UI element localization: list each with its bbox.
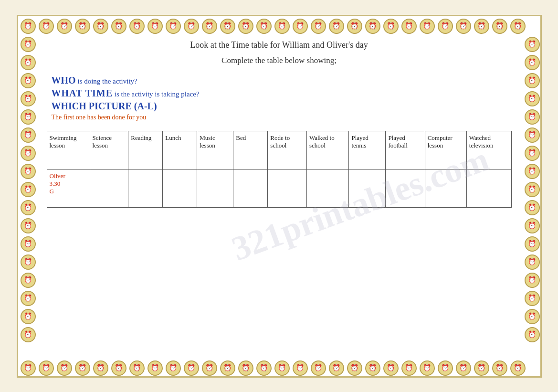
clock-decoration [274,360,290,376]
clock-decoration [492,360,507,376]
clock-decoration [525,291,540,306]
clock-decoration [525,200,540,215]
clock-decoration [57,19,72,34]
clock-decoration [525,55,540,70]
instruction-who: WHO is doing the activity? [52,75,512,86]
header-watched-television: Watched television [466,131,511,169]
clock-decoration [21,109,36,125]
cell-computer [425,169,466,207]
clock-decoration [401,19,417,34]
clock-decoration [256,19,272,34]
cell-played-football [386,169,425,207]
clock-decoration [525,182,540,197]
clock-decoration [438,360,453,376]
clock-decoration [21,309,36,324]
page: // We'll generate clocks via JS below Lo… [17,15,542,378]
clock-decoration [456,19,471,34]
clock-decoration [21,360,36,376]
clock-decoration [129,19,145,34]
clock-decoration [525,327,540,342]
clock-decoration [256,360,272,376]
clock-decoration [93,19,108,34]
clock-decoration [21,127,36,143]
clock-decoration [184,19,199,34]
clock-decoration [202,19,217,34]
clock-decoration [274,19,290,34]
clock-decoration [474,360,489,376]
clock-decoration [21,37,36,52]
clock-decoration [21,73,36,88]
header-music-lesson: Music lesson [197,131,233,169]
clock-decoration [111,360,126,376]
what-time-label: WHAT TIME [52,88,113,98]
cell-science [90,169,128,207]
clock-decoration [347,360,362,376]
cell-watched-tv [466,169,511,207]
clock-decoration [474,19,489,34]
header-played-football: Played football [386,131,425,169]
cell-reading [128,169,163,207]
clock-decoration [525,164,540,179]
cell-walked [306,169,348,207]
clock-decoration [21,19,36,34]
header-row: Swimming lesson Science lesson Reading L… [47,131,511,169]
cell-played-tennis [349,169,386,207]
table-body: Oliver3.30G [47,169,511,207]
clock-decoration [510,19,526,34]
header-reading: Reading [128,131,163,169]
header-science-lesson: Science lesson [90,131,128,169]
which-picture-label: WHICH PICTURE (A-L) [52,101,157,111]
clock-decoration [147,360,163,376]
clock-decoration [311,19,326,34]
header-computer-lesson: Computer lesson [425,131,466,169]
clock-decoration [525,254,540,270]
clock-decoration [401,360,417,376]
clock-decoration [238,19,253,34]
clock-decoration [75,19,90,34]
clock-decoration [329,360,344,376]
clock-decoration [39,19,54,34]
clock-decoration [21,291,36,306]
clock-decoration [202,360,217,376]
clock-decoration [525,109,540,125]
clock-decoration [75,360,90,376]
clock-decoration [510,360,526,376]
clock-decoration [129,360,145,376]
clock-decoration [347,19,362,34]
clock-decoration [21,55,36,70]
clock-decoration [184,360,199,376]
instruction-what-time: WHAT TIME is the activity is taking plac… [52,88,512,99]
what-time-rest: is the activity is taking place? [115,90,200,98]
table-container: Swimming lesson Science lesson Reading L… [47,131,512,208]
clock-decoration [21,146,36,161]
clock-decoration [147,19,163,34]
clock-decoration [525,91,540,106]
clock-decoration [365,360,380,376]
cell-swimming: Oliver3.30G [47,169,90,207]
clock-decoration [525,309,540,324]
who-label: WHO [52,75,76,85]
table-row: Oliver3.30G [47,169,511,207]
header-rode-to-school: Rode to school [268,131,307,169]
clock-decoration [220,360,235,376]
clock-decoration [293,360,308,376]
clock-decoration [220,19,235,34]
clock-decoration [311,360,326,376]
page-title: Look at the Time table for William and O… [47,40,512,50]
page-subtitle: Complete the table below showing; [47,56,512,65]
clock-decoration [21,200,36,215]
clock-decoration [21,182,36,197]
clock-decoration [492,19,507,34]
clock-decoration [293,19,308,34]
clock-decoration [438,19,453,34]
clock-decoration [383,360,399,376]
clock-decoration [21,218,36,233]
cell-rode [268,169,307,207]
clock-decoration [420,360,435,376]
cell-lunch [163,169,197,207]
clock-decoration [21,273,36,288]
instructions: WHO is doing the activity? WHAT TIME is … [47,75,512,121]
clock-decoration [329,19,344,34]
clock-decoration [525,273,540,288]
header-played-tennis: Played tennis [349,131,386,169]
